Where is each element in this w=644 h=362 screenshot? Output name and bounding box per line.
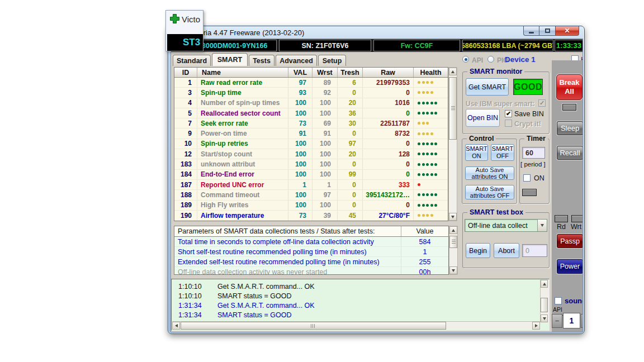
break-all-button[interactable]: Break All bbox=[556, 74, 583, 100]
fragment-model-text: ST3 bbox=[167, 37, 200, 48]
health-dot bbox=[422, 122, 425, 125]
smart-off-button[interactable]: SMART OFF bbox=[491, 144, 514, 161]
param-row[interactable]: Off-line data collection activity was ne… bbox=[174, 267, 448, 275]
scroll-thumb[interactable] bbox=[181, 322, 446, 330]
get-smart-button[interactable]: Get SMART bbox=[466, 78, 509, 96]
scroll-right-icon[interactable] bbox=[532, 322, 540, 330]
tab-setup[interactable]: Setup bbox=[318, 55, 346, 66]
health-dot bbox=[418, 153, 420, 155]
tab-standard[interactable]: Standard bbox=[173, 55, 211, 66]
scroll-up-icon[interactable] bbox=[449, 226, 457, 234]
health-dot bbox=[418, 122, 420, 125]
test-select-dropdown[interactable]: Off-line data collect bbox=[465, 219, 547, 232]
write-led bbox=[571, 215, 583, 222]
param-row[interactable]: Extended self-test routine recommended p… bbox=[174, 257, 448, 267]
smart-attribute-row[interactable]: 183unknown attribut10010000 bbox=[174, 159, 448, 169]
minimize-button[interactable] bbox=[523, 26, 539, 36]
scroll-down-icon[interactable] bbox=[449, 266, 457, 274]
health-dot bbox=[430, 214, 433, 217]
col-wrst[interactable]: Wrst bbox=[312, 68, 338, 77]
health-dot bbox=[418, 163, 420, 166]
scroll-up-icon[interactable] bbox=[541, 280, 548, 288]
health-dot bbox=[430, 163, 433, 166]
col-name[interactable]: Name bbox=[197, 68, 288, 77]
recall-button[interactable]: Recall bbox=[557, 146, 583, 160]
pio-radio[interactable] bbox=[487, 56, 494, 63]
col-id[interactable]: ID bbox=[174, 68, 197, 77]
health-dot bbox=[426, 132, 429, 135]
api-radio[interactable] bbox=[462, 56, 469, 63]
open-bin-button[interactable]: Open BIN bbox=[466, 109, 500, 127]
abort-button[interactable]: Abort bbox=[494, 243, 519, 258]
smart-attribute-row[interactable]: 5Reallocated sector count100100360 bbox=[174, 108, 448, 118]
maximize-icon bbox=[545, 28, 550, 33]
param-row[interactable]: Total time in seconds to complete off-li… bbox=[174, 237, 448, 247]
background-victoria-window[interactable]: Victo ST3 bbox=[165, 10, 203, 51]
api-number-decrement-button[interactable]: − bbox=[552, 314, 562, 328]
health-dots bbox=[414, 88, 448, 97]
smart-attribute-row[interactable]: 12Start/stop count10010020128 bbox=[174, 149, 448, 159]
close-button[interactable]: ✕ bbox=[555, 26, 579, 36]
maximize-button[interactable] bbox=[539, 26, 555, 36]
read-led bbox=[555, 215, 568, 222]
scroll-left-icon[interactable] bbox=[172, 322, 180, 330]
smart-attribute-row[interactable]: 189High Fly writes10010000 bbox=[174, 201, 448, 211]
scroll-thumb[interactable] bbox=[449, 77, 457, 140]
log-horizontal-scrollbar[interactable] bbox=[172, 321, 540, 330]
sound-checkbox[interactable] bbox=[555, 297, 562, 304]
begin-button[interactable]: Begin bbox=[466, 243, 490, 258]
smart-attribute-row[interactable]: 10Spin-up retries100100970 bbox=[174, 139, 448, 149]
smart-attribute-row[interactable]: 3Spin-up time939200 bbox=[174, 88, 448, 98]
col-health[interactable]: Health bbox=[414, 68, 448, 77]
power-button[interactable]: Power bbox=[557, 259, 583, 274]
smart-attribute-row[interactable]: 4Number of spin-up times100100201016 bbox=[174, 98, 448, 108]
health-dot bbox=[430, 142, 433, 145]
params-scrollbar[interactable] bbox=[449, 226, 458, 275]
tab-smart[interactable]: SMART bbox=[212, 53, 248, 66]
autosave-on-button[interactable]: Auto Save attributes ON bbox=[465, 166, 514, 180]
fragment-model-strip: ST3 bbox=[167, 34, 203, 51]
smart-params-table: Parameters of SMART data collections tes… bbox=[174, 226, 449, 275]
col-val[interactable]: VAL bbox=[288, 68, 312, 77]
col-raw[interactable]: Raw bbox=[363, 68, 414, 77]
autosave-off-button[interactable]: Auto Save attributes OFF bbox=[465, 185, 514, 199]
smart-table-header: ID Name VAL Wrst Tresh Raw Health bbox=[174, 68, 448, 78]
health-dot bbox=[430, 91, 433, 94]
health-dot bbox=[422, 81, 425, 84]
scroll-down-icon[interactable] bbox=[449, 213, 457, 221]
smart-attribute-row[interactable]: 7Seek error rate73693022511787 bbox=[174, 118, 448, 128]
smart-attribute-row[interactable]: 184End-to-End error100100990 bbox=[174, 170, 448, 180]
smart-attribute-row[interactable]: 190Airflow temperature73394527°C/80°F bbox=[174, 211, 448, 221]
scroll-thumb[interactable] bbox=[541, 298, 548, 312]
col-tresh[interactable]: Tresh bbox=[338, 68, 363, 77]
health-dot bbox=[434, 112, 437, 115]
smart-on-button[interactable]: SMART ON bbox=[465, 144, 488, 161]
smart-attribute-row[interactable]: 1Raw read error rate97896219979353 bbox=[174, 78, 448, 88]
scroll-down-icon[interactable] bbox=[541, 315, 548, 322]
api-number-increment-button[interactable]: + bbox=[581, 314, 583, 328]
params-header-text: Parameters of SMART data collections tes… bbox=[174, 226, 401, 236]
health-dot bbox=[418, 112, 420, 115]
save-bin-checkbox[interactable]: ✔ bbox=[505, 110, 512, 117]
scroll-up-icon[interactable] bbox=[449, 68, 457, 75]
smart-attribute-row[interactable]: 187Reported UNC error110333 bbox=[174, 180, 448, 190]
smart-table-scrollbar[interactable] bbox=[448, 67, 457, 221]
passp-button[interactable]: Passp bbox=[557, 234, 583, 248]
drive-info-bar: ST3000DM001-9YN166 SN: Z1F0T6V6 Fw: CC9F… bbox=[171, 39, 583, 52]
timer-period-input[interactable]: 60 bbox=[522, 147, 545, 159]
smart-attribute-row[interactable]: 9Power-on time919108732 bbox=[174, 128, 448, 139]
tab-tests[interactable]: Tests bbox=[249, 55, 274, 66]
health-dots bbox=[414, 139, 448, 149]
health-dots bbox=[414, 78, 448, 87]
timer-on-checkbox[interactable] bbox=[523, 174, 531, 182]
log-vertical-scrollbar[interactable] bbox=[540, 280, 548, 322]
param-row[interactable]: Short self-test routine recommended poll… bbox=[174, 247, 448, 257]
tab-advanced[interactable]: Advanced bbox=[276, 55, 317, 66]
scroll-thumb[interactable] bbox=[449, 236, 457, 248]
fragment-window-title: Victo bbox=[182, 15, 200, 24]
smart-attribute-row[interactable]: 188Command timeout1009703951432172… bbox=[174, 190, 448, 200]
health-dot bbox=[422, 204, 425, 207]
titlebar[interactable]: Victoria 4.47 Freeware (2013-02-20) ✕ bbox=[168, 26, 584, 39]
sleep-button[interactable]: Sleep bbox=[557, 121, 583, 135]
dropdown-arrow-icon[interactable] bbox=[537, 220, 547, 231]
